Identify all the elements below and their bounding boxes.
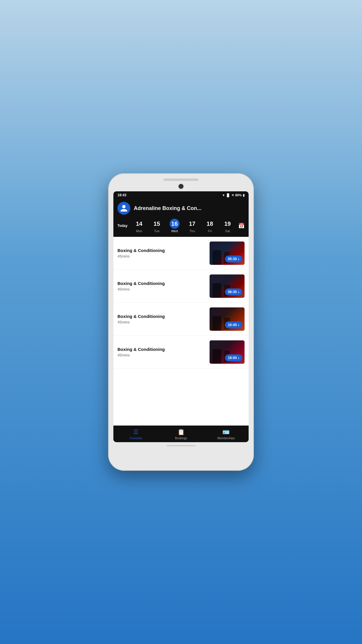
memberships-label: Memberships (217, 437, 235, 440)
class-info: Boxing & Conditioning 45mins (117, 347, 165, 357)
class-name: Boxing & Conditioning (117, 248, 165, 253)
class-item[interactable]: Boxing & Conditioning 45mins 16:45 (113, 303, 249, 336)
avatar[interactable] (117, 202, 130, 215)
bookings-icon: 📋 (178, 428, 185, 435)
calendar-icon[interactable]: 📅 (238, 223, 245, 229)
nav-timetable[interactable]: ☰ Timetable (113, 428, 159, 440)
date-number: 14 (134, 219, 144, 229)
date-number: 17 (187, 219, 197, 229)
class-thumbnail[interactable]: 18:00 (210, 340, 245, 364)
class-thumbnail[interactable]: 05:30 (210, 242, 245, 265)
date-day-label: Wed (171, 229, 178, 233)
signal-icon: ▐▌ (226, 193, 230, 197)
class-name: Boxing & Conditioning (117, 347, 165, 352)
status-icons: ▾ ▐▌ ✕ 80% ▮ (223, 193, 245, 197)
class-list: Boxing & Conditioning 45mins 05:30 Boxin… (113, 237, 249, 426)
date-day-label: Tue (154, 229, 160, 233)
class-duration: 45mins (117, 320, 165, 324)
today-label: Today (117, 224, 130, 228)
class-name: Boxing & Conditioning (117, 314, 165, 319)
date-day-label: Mon (136, 229, 142, 233)
time-badge: 16:45 (225, 321, 242, 328)
signal-x-icon: ✕ (231, 193, 234, 197)
class-duration: 45mins (117, 254, 165, 258)
bookings-label: Bookings (175, 437, 187, 440)
status-bar: 18:43 ▾ ▐▌ ✕ 80% ▮ (113, 191, 249, 199)
date-navigation: Today 14 Mon 15 Tue 16 Wed 17 Thu 18 Fri… (117, 219, 245, 233)
date-item-fri[interactable]: 18 Fri (205, 219, 215, 233)
date-number: 16 (170, 219, 180, 229)
date-day-label: Thu (189, 229, 195, 233)
class-info: Boxing & Conditioning 45mins (117, 281, 165, 291)
date-number: 19 (223, 219, 233, 229)
phone-frame: 18:43 ▾ ▐▌ ✕ 80% ▮ Adrenaline Boxing & C… (108, 173, 254, 471)
class-name: Boxing & Conditioning (117, 281, 165, 286)
date-item-mon[interactable]: 14 Mon (134, 219, 144, 233)
status-time: 18:43 (117, 193, 126, 197)
battery-icon: ▮ (243, 193, 245, 197)
class-info: Boxing & Conditioning 45mins (117, 248, 165, 258)
phone-speaker (164, 178, 198, 181)
wifi-icon: ▾ (223, 193, 224, 197)
app-header: Adrenaline Boxing & Con... Today 14 Mon … (113, 199, 249, 237)
memberships-icon: 🪪 (222, 428, 230, 435)
header-top: Adrenaline Boxing & Con... (117, 202, 245, 215)
time-badge: 05:30 (225, 256, 242, 262)
user-icon (120, 204, 128, 212)
time-badge: 06:30 (225, 288, 242, 295)
home-indicator (166, 445, 196, 446)
class-info: Boxing & Conditioning 45mins (117, 314, 165, 324)
time-badge: 18:00 (225, 354, 242, 361)
nav-bookings[interactable]: 📋 Bookings (159, 428, 204, 440)
class-item[interactable]: Boxing & Conditioning 45mins 18:00 (113, 336, 249, 369)
date-number: 18 (205, 219, 215, 229)
date-item-thu[interactable]: 17 Thu (187, 219, 197, 233)
date-item-sat[interactable]: 19 Sat (223, 219, 233, 233)
class-duration: 45mins (117, 287, 165, 291)
date-number: 15 (152, 219, 162, 229)
nav-memberships[interactable]: 🪪 Memberships (203, 428, 249, 440)
class-thumbnail[interactable]: 06:30 (210, 274, 245, 298)
class-thumbnail[interactable]: 16:45 (210, 307, 245, 331)
date-day-label: Sat (225, 229, 230, 233)
date-item-tue[interactable]: 15 Tue (152, 219, 162, 233)
timetable-label: Timetable (130, 437, 143, 440)
class-duration: 45mins (117, 353, 165, 357)
phone-screen: 18:43 ▾ ▐▌ ✕ 80% ▮ Adrenaline Boxing & C… (113, 191, 249, 442)
date-items: 14 Mon 15 Tue 16 Wed 17 Thu 18 Fri 19 Sa… (130, 219, 236, 233)
date-item-wed[interactable]: 16 Wed (170, 219, 180, 233)
phone-camera (178, 184, 184, 189)
class-item[interactable]: Boxing & Conditioning 45mins 05:30 (113, 237, 249, 270)
battery-label: 80% (235, 193, 242, 197)
gym-name: Adrenaline Boxing & Con... (134, 205, 201, 211)
bottom-navigation: ☰ Timetable 📋 Bookings 🪪 Memberships (113, 426, 249, 442)
date-day-label: Fri (208, 229, 212, 233)
timetable-icon: ☰ (133, 428, 138, 435)
class-item[interactable]: Boxing & Conditioning 45mins 06:30 (113, 270, 249, 303)
